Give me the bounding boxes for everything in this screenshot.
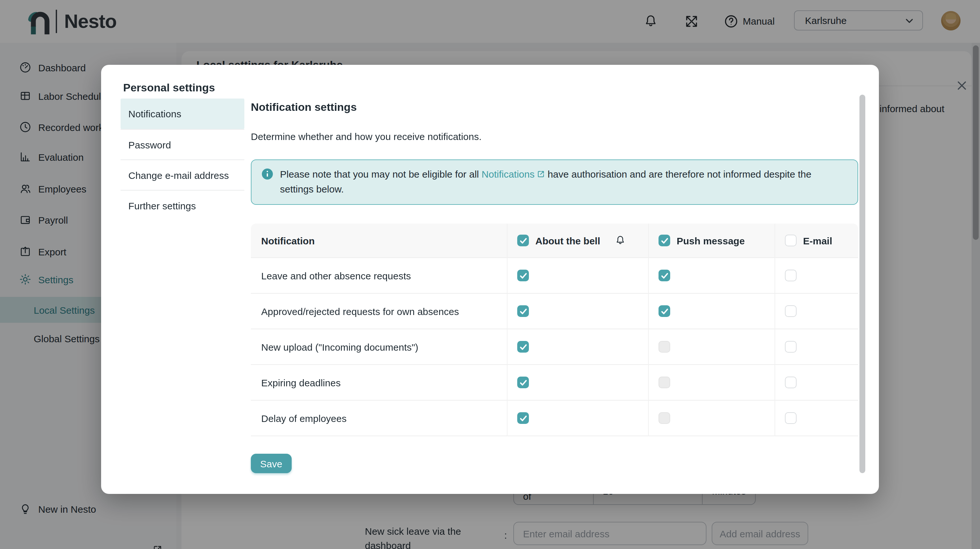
- table-row: Expiring deadlines: [251, 364, 858, 400]
- row-checkbox-about-the-bell[interactable]: [517, 377, 529, 388]
- table-row: Delay of employees: [251, 400, 858, 436]
- header-checkbox-email[interactable]: [785, 235, 797, 246]
- row-checkbox-about-the-bell[interactable]: [517, 341, 529, 353]
- row-label: Leave and other absence requests: [261, 270, 411, 281]
- modal-title: Personal settings: [123, 82, 215, 95]
- header-checkbox-push-message[interactable]: [659, 235, 670, 246]
- modal-menu-item-password[interactable]: Password: [121, 129, 244, 159]
- row-checkbox-push-message[interactable]: [659, 341, 670, 353]
- row-label: Expiring deadlines: [261, 377, 340, 388]
- row-label: Approved/rejected requests for own absen…: [261, 306, 459, 317]
- column-divider: [507, 224, 508, 436]
- row-label: New upload ("Incoming documents"): [261, 341, 418, 352]
- modal-menu-item-change-e-mail-address[interactable]: Change e-mail address: [121, 159, 244, 190]
- save-button[interactable]: Save: [251, 454, 292, 473]
- section-description: Determine whether and how you receive no…: [251, 131, 482, 142]
- app-root: Nesto Manual Karlsruhe DashboardLabor Sc…: [0, 0, 980, 549]
- modal-menu-item-further-settings[interactable]: Further settings: [121, 190, 244, 220]
- table-row: Leave and other absence requests: [251, 257, 858, 293]
- modal-menu-item-notifications[interactable]: Notifications: [121, 99, 244, 129]
- check-icon: [660, 236, 668, 245]
- row-checkbox-about-the-bell[interactable]: [517, 270, 529, 281]
- check-icon: [519, 271, 527, 280]
- banner-text-before: Please note that you may not be eligible…: [280, 169, 482, 180]
- check-icon: [519, 307, 527, 315]
- modal-menu: NotificationsPasswordChange e-mail addre…: [121, 99, 244, 220]
- table-bottom-border: [251, 436, 858, 436]
- row-checkbox-about-the-bell[interactable]: [517, 412, 529, 424]
- close-icon[interactable]: [955, 79, 968, 92]
- column-header-push-message: Push message: [677, 235, 745, 246]
- row-checkbox-push-message[interactable]: [659, 270, 670, 281]
- check-icon: [660, 307, 668, 315]
- column-divider: [775, 224, 775, 436]
- external-link-icon: [536, 170, 545, 178]
- notification-table: Notification About the bell Push message…: [251, 224, 858, 436]
- modal-content: Notification settings Determine whether …: [251, 65, 858, 494]
- row-label: Delay of employees: [261, 412, 347, 423]
- row-checkbox-push-message[interactable]: [659, 412, 670, 424]
- row-checkbox-email[interactable]: [785, 412, 797, 424]
- row-checkbox-email[interactable]: [785, 377, 797, 388]
- info-icon: [262, 169, 273, 180]
- row-checkbox-push-message[interactable]: [659, 377, 670, 388]
- column-divider: [648, 224, 649, 436]
- column-header-email: E-mail: [803, 235, 832, 246]
- info-banner: Please note that you may not be eligible…: [251, 159, 858, 205]
- row-checkbox-email[interactable]: [785, 305, 797, 317]
- modal-scrollbar-thumb[interactable]: [859, 95, 865, 473]
- check-icon: [519, 414, 527, 422]
- personal-settings-modal: Personal settings NotificationsPasswordC…: [101, 65, 879, 494]
- section-heading: Notification settings: [251, 101, 357, 114]
- column-header-notification: Notification: [261, 235, 315, 246]
- check-icon: [660, 271, 668, 280]
- table-row: New upload ("Incoming documents"): [251, 329, 858, 364]
- row-checkbox-email[interactable]: [785, 270, 797, 281]
- table-row: Approved/rejected requests for own absen…: [251, 293, 858, 329]
- column-header-about-the-bell: About the bell: [535, 235, 600, 246]
- bell-icon: [614, 235, 626, 246]
- row-checkbox-email[interactable]: [785, 341, 797, 353]
- check-icon: [519, 378, 527, 387]
- check-icon: [519, 342, 527, 351]
- banner-notifications-link[interactable]: Notifications: [482, 169, 535, 180]
- check-icon: [519, 236, 527, 245]
- table-header-row: Notification About the bell Push message…: [251, 224, 858, 257]
- row-checkbox-push-message[interactable]: [659, 305, 670, 317]
- header-checkbox-about-the-bell[interactable]: [517, 235, 529, 246]
- row-checkbox-about-the-bell[interactable]: [517, 305, 529, 317]
